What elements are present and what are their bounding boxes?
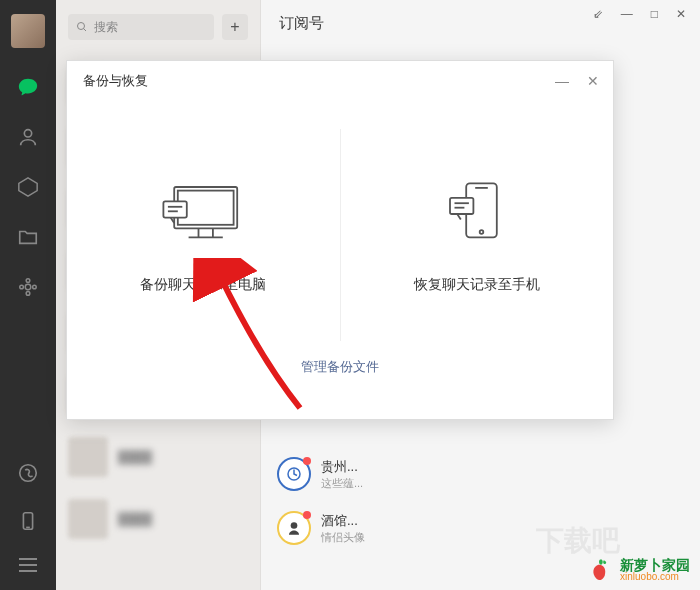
menu-icon[interactable] xyxy=(19,558,37,572)
search-placeholder: 搜索 xyxy=(94,19,118,36)
svg-rect-24 xyxy=(450,198,473,214)
backup-restore-dialog: 备份与恢复 — ✕ 备份聊天记录至电脑 xyxy=(66,60,614,420)
svg-point-9 xyxy=(78,23,85,30)
svg-line-10 xyxy=(84,29,87,32)
avatar[interactable] xyxy=(11,14,45,48)
subscription-avatar xyxy=(277,457,311,491)
dialog-title: 备份与恢复 xyxy=(67,61,613,101)
chat-icon[interactable] xyxy=(17,76,39,98)
subscription-desc: 这些蕴... xyxy=(321,476,363,491)
phone-restore-icon xyxy=(432,176,522,252)
subscription-title: 贵州... xyxy=(321,458,363,476)
svg-point-12 xyxy=(291,522,298,529)
dialog-minimize[interactable]: — xyxy=(555,73,569,89)
subscription-item[interactable]: 酒馆... 情侣头像 xyxy=(261,501,700,555)
subscription-desc: 情侣头像 xyxy=(321,530,365,545)
svg-point-0 xyxy=(24,130,31,137)
svg-point-2 xyxy=(26,279,30,283)
radish-icon xyxy=(586,556,614,584)
window-maximize[interactable]: □ xyxy=(651,7,658,21)
svg-point-5 xyxy=(33,285,37,289)
backup-label: 备份聊天记录至电脑 xyxy=(140,276,266,294)
watermark-cn: 新萝卜家园 xyxy=(620,558,690,572)
ghost-watermark: 下载吧 xyxy=(536,522,620,560)
svg-point-1 xyxy=(25,284,31,290)
favorites-icon[interactable] xyxy=(17,176,39,198)
subscription-avatar xyxy=(277,511,311,545)
window-minimize[interactable]: — xyxy=(621,7,633,21)
watermark: 新萝卜家园 xinluobo.com xyxy=(586,556,690,584)
svg-point-3 xyxy=(26,292,30,296)
manage-backup-link[interactable]: 管理备份文件 xyxy=(301,359,379,374)
watermark-en: xinluobo.com xyxy=(620,572,690,582)
restore-label: 恢复聊天记录至手机 xyxy=(414,276,540,294)
subscription-item[interactable]: 贵州... 这些蕴... xyxy=(261,447,700,501)
left-rail xyxy=(0,0,56,590)
phone-icon[interactable] xyxy=(17,510,39,532)
add-button[interactable]: + xyxy=(222,14,248,40)
dialog-close[interactable]: ✕ xyxy=(587,73,599,89)
monitor-icon xyxy=(158,176,248,252)
unread-dot xyxy=(303,511,311,519)
moments-icon[interactable] xyxy=(17,276,39,298)
mini-program-icon[interactable] xyxy=(17,462,39,484)
window-pin-icon[interactable]: ⇙ xyxy=(593,7,603,21)
unread-dot xyxy=(303,457,311,465)
search-input[interactable]: 搜索 xyxy=(68,14,214,40)
contacts-icon[interactable] xyxy=(17,126,39,148)
svg-rect-18 xyxy=(164,201,187,217)
svg-point-4 xyxy=(20,285,24,289)
restore-to-phone-option[interactable]: 恢复聊天记录至手机 xyxy=(341,129,614,341)
list-item[interactable]: ████ xyxy=(56,426,260,488)
list-item[interactable]: ████ xyxy=(56,488,260,550)
window-close[interactable]: ✕ xyxy=(676,7,686,21)
subscription-title: 酒馆... xyxy=(321,512,365,530)
files-icon[interactable] xyxy=(17,226,39,248)
backup-to-pc-option[interactable]: 备份聊天记录至电脑 xyxy=(67,129,341,341)
svg-point-23 xyxy=(479,230,483,234)
